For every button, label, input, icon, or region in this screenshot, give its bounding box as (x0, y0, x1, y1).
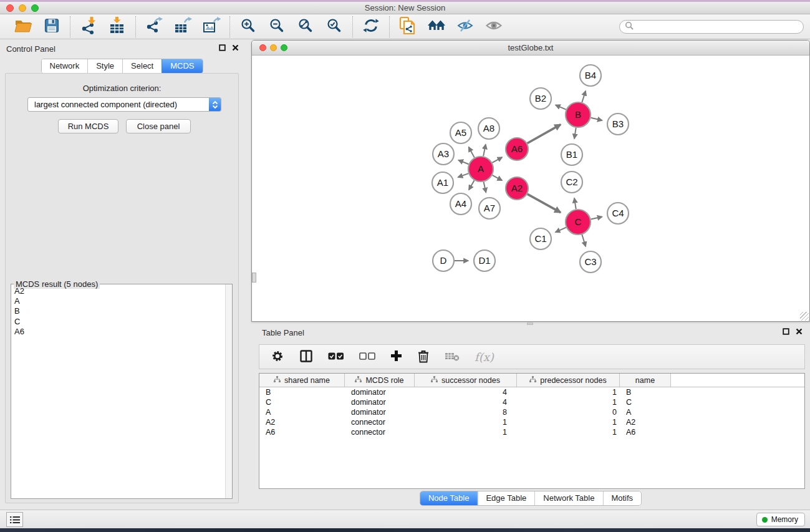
graph-node-C4[interactable]: C4 (607, 203, 629, 224)
tab-network-table[interactable]: Network Table (534, 491, 602, 505)
close-window-button[interactable] (6, 4, 14, 12)
duplicate-network-button[interactable] (397, 16, 418, 37)
column-header-name[interactable]: name (620, 374, 671, 387)
table-cell[interactable]: 1 (517, 388, 620, 397)
hide-panels-button[interactable] (455, 16, 476, 37)
table-cell[interactable]: 4 (415, 398, 517, 407)
open-session-button[interactable] (12, 16, 34, 37)
criterion-select[interactable]: largest connected component (directed) (27, 97, 221, 112)
zoom-selected-button[interactable] (324, 16, 345, 37)
import-table-button[interactable] (107, 16, 128, 37)
table-row[interactable]: Adominator80A (259, 407, 804, 417)
graph-node-D1[interactable]: D1 (474, 250, 495, 271)
window-resize-grip[interactable] (800, 312, 809, 321)
graph-node-B2[interactable]: B2 (530, 88, 551, 109)
export-image-button[interactable] (201, 16, 222, 37)
zoom-fit-button[interactable] (295, 16, 316, 37)
show-eye-button[interactable] (483, 16, 504, 37)
export-network-button[interactable] (143, 16, 165, 37)
column-header-shared-name[interactable]: shared name (259, 374, 345, 387)
table-cell[interactable]: A6 (620, 428, 671, 437)
table-cell[interactable]: connector (345, 428, 415, 437)
refresh-button[interactable] (360, 16, 382, 37)
graph-node-B3[interactable]: B3 (607, 114, 629, 135)
select-all-button[interactable] (328, 351, 344, 363)
tab-style[interactable]: Style (87, 59, 122, 73)
graph-node-B4[interactable]: B4 (580, 65, 601, 86)
delete-table-button[interactable] (445, 351, 460, 363)
table-cell[interactable]: A2 (620, 418, 671, 427)
canvas-scroll-thumb[interactable] (252, 273, 256, 283)
close-panel-action-button[interactable]: Close panel (126, 119, 191, 133)
graph-node-D[interactable]: D (433, 250, 454, 271)
graph-node-C3[interactable]: C3 (580, 251, 601, 273)
zoom-window-button[interactable] (31, 4, 39, 12)
memory-button[interactable]: Memory (756, 513, 805, 526)
tab-network[interactable]: Network (41, 59, 87, 73)
table-cell[interactable]: 1 (517, 428, 620, 437)
network-window-titlebar[interactable]: testGlobe.txt (252, 41, 809, 56)
table-cell[interactable]: 8 (415, 408, 517, 417)
table-cell[interactable]: 4 (415, 388, 517, 397)
table-options-button[interactable] (271, 349, 284, 365)
float-panel-button[interactable] (219, 44, 226, 51)
network-zoom-button[interactable] (281, 44, 287, 51)
graph-node-A6[interactable]: A6 (506, 138, 528, 160)
minimize-window-button[interactable] (19, 4, 26, 12)
graph-node-A8[interactable]: A8 (478, 118, 499, 139)
import-network-button[interactable] (78, 16, 99, 37)
tab-motifs[interactable]: Motifs (602, 491, 641, 505)
graph-node-A1[interactable]: A1 (432, 172, 453, 193)
table-cell[interactable]: 1 (517, 418, 620, 427)
tab-select[interactable]: Select (122, 59, 162, 73)
export-table-button[interactable] (172, 16, 193, 37)
toggle-columns-button[interactable] (299, 349, 313, 365)
result-item[interactable]: A6 (14, 327, 225, 337)
graph-node-B1[interactable]: B1 (561, 144, 582, 165)
table-close-button[interactable] (796, 328, 803, 335)
task-history-button[interactable] (6, 512, 23, 527)
deselect-all-button[interactable] (359, 351, 375, 363)
graph-node-C1[interactable]: C1 (530, 228, 551, 249)
node-table[interactable]: shared nameMCDS rolesuccessor nodesprede… (259, 373, 805, 489)
result-item[interactable]: A2 (14, 286, 225, 296)
tab-node-table[interactable]: Node Table (420, 491, 478, 505)
result-item[interactable]: C (14, 317, 225, 327)
table-cell[interactable]: A (620, 408, 671, 417)
zoom-out-button[interactable] (266, 16, 287, 37)
table-cell[interactable]: B (620, 388, 671, 397)
close-panel-button[interactable] (232, 44, 239, 51)
graph-node-A3[interactable]: A3 (433, 143, 454, 165)
result-scrollbar[interactable] (225, 284, 232, 498)
graph-node-A[interactable]: A (468, 157, 493, 181)
table-cell[interactable]: C (620, 398, 671, 407)
table-cell[interactable]: C (259, 398, 345, 407)
delete-button[interactable] (417, 349, 430, 365)
home-button[interactable] (426, 16, 447, 37)
table-float-button[interactable] (783, 328, 789, 335)
network-minimize-button[interactable] (270, 44, 277, 51)
add-button[interactable] (390, 350, 402, 364)
function-builder-button[interactable]: f(x) (475, 351, 494, 364)
table-row[interactable]: Bdominator41B (259, 387, 804, 397)
result-item[interactable]: B (14, 306, 225, 316)
column-header-successor-nodes[interactable]: successor nodes (415, 374, 517, 387)
graph-node-B[interactable]: B (566, 102, 591, 127)
table-cell[interactable]: connector (345, 418, 415, 427)
graph-node-C[interactable]: C (566, 210, 591, 235)
zoom-in-button[interactable] (238, 16, 259, 37)
mcds-result-list[interactable]: A2ABCA6 (12, 286, 225, 498)
network-close-button[interactable] (259, 44, 266, 51)
table-cell[interactable]: 1 (415, 418, 517, 427)
table-cell[interactable]: dominator (345, 398, 415, 407)
graph-node-A7[interactable]: A7 (479, 198, 500, 219)
run-mcds-button[interactable]: Run MCDS (58, 119, 118, 133)
column-header-predecessor-nodes[interactable]: predecessor nodes (517, 374, 620, 387)
search-box[interactable] (619, 20, 804, 34)
save-session-button[interactable] (41, 16, 62, 37)
table-cell[interactable]: B (259, 388, 345, 397)
graph-node-C2[interactable]: C2 (561, 172, 582, 193)
main-titlebar[interactable]: Session: New Session (0, 2, 810, 14)
search-input[interactable] (637, 22, 798, 32)
table-cell[interactable]: A2 (259, 418, 345, 427)
